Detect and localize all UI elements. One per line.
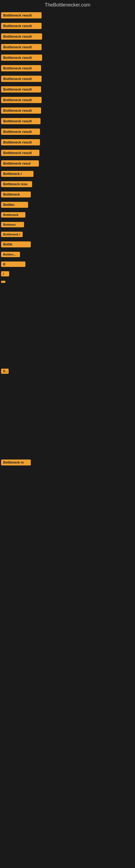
list-item: Bottleneck result (0, 126, 135, 137)
list-item: Bottle (0, 239, 135, 250)
bottleneck-badge[interactable]: Bottleneck resu (1, 181, 32, 187)
bottleneck-badge[interactable]: Bo (1, 369, 9, 374)
list-item: Bottleneck r (0, 169, 135, 179)
bottleneck-badge[interactable]: Bottleneck re (1, 460, 31, 465)
bottleneck-badge[interactable]: Bottleneck result (1, 76, 42, 82)
bottleneck-badge[interactable]: Bottleneck result (1, 118, 41, 124)
list-item: Bottleneck result (0, 31, 135, 42)
list-item: | (0, 269, 135, 279)
bottleneck-badge[interactable]: Bottleneck result (1, 65, 41, 71)
site-title: TheBottlenecker.com (0, 0, 135, 10)
bottleneck-badge[interactable] (1, 281, 5, 283)
list-item: Bottleneck result (0, 95, 135, 105)
section-spacer (0, 285, 135, 318)
list-item: Bottleneck r (0, 229, 135, 239)
bottleneck-badge[interactable]: Bottlen (1, 202, 28, 208)
bottleneck-badge[interactable]: Bottleneck (1, 212, 26, 218)
bottleneck-badge[interactable]: Bottleneck (1, 191, 31, 197)
bottleneck-badge[interactable]: Bottleneck result (1, 33, 42, 40)
bottleneck-badge[interactable]: Bottleneck result (1, 44, 42, 50)
list-item: Bottleneck (0, 189, 135, 199)
list-item: Bottleneck resu (0, 179, 135, 189)
list-item: Bottleneck result (0, 10, 135, 21)
bottleneck-badge[interactable]: Bottleneck result (1, 12, 42, 19)
list-item: Bottleneck result (0, 116, 135, 126)
list-item: Bottleneck result (0, 52, 135, 63)
list-item: Bottleneck result (0, 84, 135, 95)
list-item: Bottleneck result (0, 63, 135, 73)
bottleneck-badge[interactable]: Bottleneck result (1, 86, 41, 93)
list-item: Bottenec (0, 220, 135, 229)
bottleneck-badge[interactable]: Bottleneck result (1, 55, 42, 61)
bottleneck-badge[interactable]: Bottenec (1, 222, 24, 227)
bottleneck-badge[interactable]: Bottleneck result (1, 139, 40, 145)
bottleneck-badge[interactable]: Bottleneck resul (1, 160, 39, 166)
list-item: Bottleneck result (0, 148, 135, 158)
bottleneck-badge[interactable]: | (1, 271, 9, 276)
list-item: B (0, 259, 135, 269)
bottleneck-badge[interactable]: Bottleneck (1, 252, 20, 257)
list-item: Bo (0, 367, 135, 376)
list-item: Bottleneck (0, 250, 135, 259)
list-item (0, 279, 135, 285)
section-spacer-8 (0, 500, 135, 533)
bottleneck-badge[interactable]: Bottleneck r (1, 231, 23, 237)
section-spacer-5 (0, 408, 135, 441)
list-item: Bottleneck result (0, 73, 135, 84)
bottleneck-badge[interactable]: Bottleneck result (1, 23, 42, 29)
bottleneck-badge[interactable]: Bottleneck result (1, 129, 40, 135)
list-item: Bottleneck resul (0, 158, 135, 169)
section-spacer-4 (0, 376, 135, 408)
list-item: Bottleneck result (0, 42, 135, 52)
section-spacer-6 (0, 441, 135, 457)
list-item: Bottleneck (0, 210, 135, 220)
section-spacer-2 (0, 318, 135, 350)
list-item: Bottleneck result (0, 105, 135, 116)
bottleneck-badge[interactable]: Bottle (1, 241, 31, 247)
list-item: Bottlen (0, 199, 135, 210)
list-item: Bottleneck result (0, 137, 135, 148)
bottleneck-list: Bottleneck result Bottleneck result Bott… (0, 10, 135, 533)
bottleneck-badge[interactable]: Bottleneck r (1, 171, 34, 177)
bottleneck-badge[interactable]: Bottleneck result (1, 150, 39, 156)
bottleneck-badge[interactable]: Bottleneck result (1, 107, 41, 114)
bottleneck-badge[interactable]: Bottleneck result (1, 97, 42, 103)
bottleneck-badge[interactable]: B (1, 261, 26, 267)
list-item: Bottleneck re (0, 457, 135, 468)
list-item: Bottleneck result (0, 21, 135, 31)
section-spacer-7 (0, 468, 135, 500)
section-spacer-3 (0, 350, 135, 367)
